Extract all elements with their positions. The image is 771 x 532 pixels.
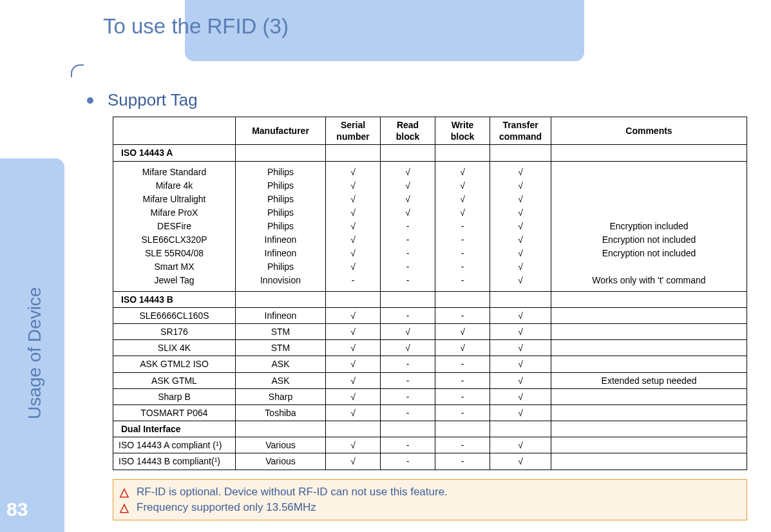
table-cell: - xyxy=(435,307,490,323)
table-cell: - xyxy=(435,372,490,388)
table-row: ASK GTML2 ISOASK√--√ xyxy=(113,356,747,372)
table-cell: Philips Philips Philips Philips Philips … xyxy=(236,161,326,291)
table-cell xyxy=(551,145,747,161)
table-cell xyxy=(236,145,326,161)
side-label: Usage of Device xyxy=(24,287,45,419)
table-cell: √ xyxy=(381,340,435,356)
table-cell xyxy=(551,437,747,453)
table-cell: √ √ √ √ √ √ √ √ √ xyxy=(490,161,551,291)
table-cell: - xyxy=(381,404,435,421)
table-cell: √ xyxy=(326,437,381,453)
table-cell: √ xyxy=(435,323,490,339)
table-row: SR176STM√√√√ xyxy=(113,323,747,339)
table-cell xyxy=(551,356,747,372)
table-row: SLE6666CL160SInfineon√--√ xyxy=(113,307,747,323)
table-cell: √ xyxy=(326,340,381,356)
table-cell: Encryption included Encryption not inclu… xyxy=(551,161,747,291)
col-serial: Serial number xyxy=(326,117,381,145)
table-row: Dual Interface xyxy=(113,421,747,437)
table-cell: - xyxy=(435,404,490,421)
table-row: ASK GTMLASK√--√Extended setup needed xyxy=(113,372,747,388)
table-row: Sharp BSharp√--√ xyxy=(113,388,747,404)
table-cell: √ xyxy=(326,372,381,388)
table-row: Mifare Standard Mifare 4k Mifare Ultrali… xyxy=(113,161,747,291)
table-cell: ASK GTML xyxy=(113,372,236,388)
table-cell: √ xyxy=(490,307,551,323)
table-cell: - xyxy=(381,437,435,453)
table-cell: Mifare Standard Mifare 4k Mifare Ultrali… xyxy=(113,161,236,291)
table-row: ISO 14443 B compliant(¹)Various√--√ xyxy=(113,453,747,470)
table-cell: √ xyxy=(490,404,551,421)
table-cell: SR176 xyxy=(113,323,236,339)
table-cell: - xyxy=(435,356,490,372)
table-cell xyxy=(326,145,381,161)
table-cell xyxy=(551,307,747,323)
col-blank xyxy=(113,117,236,145)
table-cell xyxy=(326,291,381,307)
table-cell: Toshiba xyxy=(236,404,326,421)
table-cell: √ xyxy=(490,453,551,470)
table-cell xyxy=(435,145,490,161)
table-row: ISO 14443 B xyxy=(113,291,747,307)
content: Support Tag Manufacturer Serial number R… xyxy=(77,90,754,520)
table-cell: √ xyxy=(326,404,381,421)
section-title: Support Tag xyxy=(108,90,198,110)
section-heading: Support Tag xyxy=(87,90,754,110)
table-cell xyxy=(326,421,381,437)
table-cell: SLIX 4K xyxy=(113,340,236,356)
page-title: To use the RFID (3) xyxy=(103,14,289,39)
table-cell: - xyxy=(435,437,490,453)
table-cell: √ xyxy=(326,356,381,372)
table-cell xyxy=(490,291,551,307)
table-cell: ASK xyxy=(236,356,326,372)
table-row: ISO 14443 A xyxy=(113,145,747,161)
table-cell xyxy=(551,388,747,404)
warning-icon: △ xyxy=(120,485,129,499)
table-cell: √ xyxy=(326,388,381,404)
table-cell: ASK GTML2 ISO xyxy=(113,356,236,372)
sidebar: Usage of Device 83 xyxy=(0,158,64,532)
table-cell: ISO 14443 A compliant (¹) xyxy=(113,437,236,453)
table-row: ISO 14443 A compliant (¹)Various√--√ xyxy=(113,437,747,453)
table-cell xyxy=(551,291,747,307)
table-cell: √ xyxy=(326,323,381,339)
table-cell: STM xyxy=(236,323,326,339)
table-cell: - xyxy=(435,388,490,404)
col-comments: Comments xyxy=(551,117,747,145)
table-cell xyxy=(551,404,747,421)
table-row: SLIX 4KSTM√√√√ xyxy=(113,340,747,356)
table-cell xyxy=(551,453,747,470)
table-cell xyxy=(551,340,747,356)
table-cell: √ xyxy=(490,356,551,372)
table-cell xyxy=(490,421,551,437)
bullet-icon xyxy=(87,97,93,104)
table-cell: - xyxy=(435,453,490,470)
support-table: Manufacturer Serial number Read block Wr… xyxy=(113,117,747,470)
table-cell xyxy=(551,421,747,437)
table-cell: √ xyxy=(326,307,381,323)
table-cell: Various xyxy=(236,453,326,470)
table-cell: √ xyxy=(490,388,551,404)
table-cell: Dual Interface xyxy=(113,421,236,437)
table-cell: ISO 14443 B xyxy=(113,291,236,307)
table-cell: Extended setup needed xyxy=(551,372,747,388)
warning-line: △ RF-ID is optional. Device without RF-I… xyxy=(120,485,740,499)
table-cell: √ √ √ √ - - - - - xyxy=(435,161,490,291)
table-cell: Various xyxy=(236,437,326,453)
warning-text: RF-ID is optional. Device without RF-ID … xyxy=(137,486,448,499)
table-cell: Sharp xyxy=(236,388,326,404)
col-manufacturer: Manufacturer xyxy=(236,117,326,145)
table-cell: - xyxy=(381,356,435,372)
table-cell: Infineon xyxy=(236,307,326,323)
table-cell xyxy=(435,421,490,437)
table-cell xyxy=(236,421,326,437)
warning-text: Frequency supported only 13.56MHz xyxy=(137,501,316,514)
table-cell: √ xyxy=(381,323,435,339)
table-cell: Sharp B xyxy=(113,388,236,404)
table-cell: √ xyxy=(326,453,381,470)
frame-corner xyxy=(71,64,84,77)
table-cell: √ √ √ √ √ √ √ √ - xyxy=(326,161,381,291)
table-cell: √ xyxy=(490,323,551,339)
table-cell: - xyxy=(381,453,435,470)
table-cell: √ √ √ √ - - - - - xyxy=(381,161,435,291)
